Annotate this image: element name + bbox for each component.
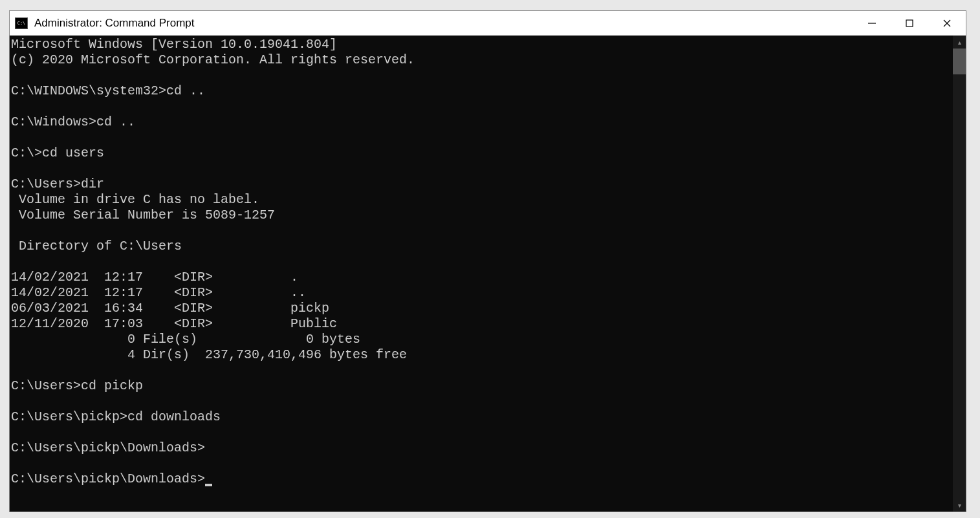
terminal-line: 0 File(s) 0 bytes bbox=[11, 332, 953, 347]
terminal-line: C:\Users\pickp>cd downloads bbox=[11, 409, 953, 425]
terminal-line: C:\Windows>cd .. bbox=[11, 114, 953, 130]
terminal-line bbox=[11, 363, 953, 378]
terminal-line: Volume Serial Number is 5089-1257 bbox=[11, 208, 953, 223]
terminal-line: Volume in drive C has no label. bbox=[11, 192, 953, 208]
command-prompt-window: Administrator: Command Prompt Microsoft … bbox=[9, 10, 966, 512]
svg-rect-1 bbox=[906, 20, 913, 27]
terminal-line: Microsoft Windows [Version 10.0.19041.80… bbox=[11, 37, 953, 52]
title-bar[interactable]: Administrator: Command Prompt bbox=[10, 11, 966, 36]
terminal-line bbox=[11, 456, 953, 471]
minimize-button[interactable] bbox=[853, 11, 891, 35]
terminal-line bbox=[11, 99, 953, 114]
window-title: Administrator: Command Prompt bbox=[34, 17, 853, 30]
terminal-line: (c) 2020 Microsoft Corporation. All righ… bbox=[11, 52, 953, 68]
maximize-button[interactable] bbox=[891, 11, 928, 35]
terminal-prompt-line[interactable]: C:\Users\pickp\Downloads> bbox=[11, 471, 953, 487]
terminal-line: 14/02/2021 12:17 <DIR> .. bbox=[11, 285, 953, 301]
terminal-line: C:\Users>cd pickp bbox=[11, 378, 953, 394]
terminal-line: C:\Users>dir bbox=[11, 177, 953, 192]
close-icon bbox=[942, 19, 952, 28]
terminal-line: 06/03/2021 16:34 <DIR> pickp bbox=[11, 301, 953, 316]
terminal-line: 14/02/2021 12:17 <DIR> . bbox=[11, 270, 953, 285]
terminal-line bbox=[11, 254, 953, 270]
terminal-line bbox=[11, 394, 953, 409]
terminal-line: 4 Dir(s) 237,730,410,496 bytes free bbox=[11, 347, 953, 363]
terminal-line bbox=[11, 223, 953, 239]
scroll-down-button[interactable]: ▾ bbox=[953, 499, 966, 512]
terminal-line bbox=[11, 68, 953, 83]
scroll-thumb[interactable] bbox=[953, 49, 966, 74]
scroll-up-button[interactable]: ▴ bbox=[953, 36, 966, 49]
terminal-line bbox=[11, 425, 953, 440]
scrollbar[interactable]: ▴ ▾ bbox=[953, 36, 966, 512]
terminal-area: Microsoft Windows [Version 10.0.19041.80… bbox=[10, 36, 966, 512]
minimize-icon bbox=[867, 19, 877, 28]
terminal-line: 12/11/2020 17:03 <DIR> Public bbox=[11, 316, 953, 332]
terminal-line: C:\>cd users bbox=[11, 146, 953, 161]
terminal-prompt: C:\Users\pickp\Downloads> bbox=[11, 471, 205, 486]
cmd-icon bbox=[15, 17, 28, 29]
terminal-output[interactable]: Microsoft Windows [Version 10.0.19041.80… bbox=[10, 36, 953, 512]
close-button[interactable] bbox=[928, 11, 966, 35]
terminal-line: C:\WINDOWS\system32>cd .. bbox=[11, 83, 953, 99]
cursor bbox=[205, 484, 212, 486]
window-controls bbox=[853, 11, 966, 35]
maximize-icon bbox=[905, 19, 914, 28]
terminal-line bbox=[11, 161, 953, 177]
terminal-line bbox=[11, 130, 953, 146]
terminal-line: C:\Users\pickp\Downloads> bbox=[11, 440, 953, 456]
terminal-line: Directory of C:\Users bbox=[11, 239, 953, 254]
